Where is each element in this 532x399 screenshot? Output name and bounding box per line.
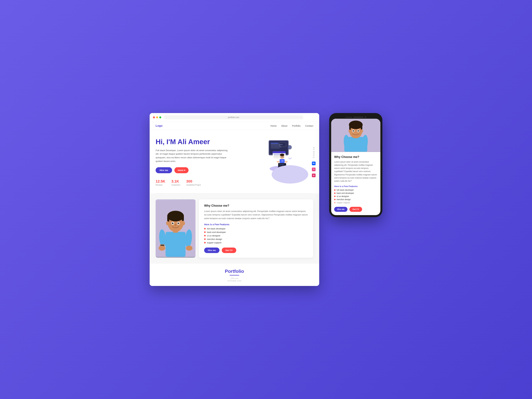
nav-item-contact[interactable]: Contact [305, 124, 313, 127]
svg-point-52 [178, 223, 179, 223]
feature-item-2: back end developer [204, 231, 308, 234]
instagram-icon[interactable]: ◎ [312, 174, 316, 177]
browser-bar: portfolio.com [150, 113, 319, 122]
phone-why-title: Why Choose me? [334, 155, 377, 159]
dot-green[interactable] [159, 116, 161, 118]
watermark: مستقل mostaql.com [156, 277, 313, 282]
site-nav: Logo Home About Portfolio Contact [150, 122, 319, 130]
follow-me-label: Follow me [313, 147, 315, 158]
stat-reviews-number: 12.5K [156, 179, 165, 184]
phone-speaker [353, 117, 363, 118]
about-card: Why Choose me? Lorem ipsum dolor sit ame… [199, 199, 313, 258]
phone-cv-button[interactable]: Get CV [349, 207, 362, 212]
svg-rect-15 [274, 158, 280, 158]
feature-item-5: supper support [204, 241, 308, 244]
browser-mockup: portfolio.com Logo Home About Portfolio … [150, 113, 319, 286]
svg-point-45 [166, 221, 169, 225]
more-button[interactable]: more ▾ [174, 167, 189, 173]
about-buttons: Hire me Get CV [204, 247, 308, 253]
svg-point-18 [289, 147, 290, 148]
svg-rect-30 [279, 164, 284, 165]
svg-rect-66 [361, 126, 362, 130]
phone-description: Lorem ipsum dolor sit amet consectetur a… [334, 160, 377, 183]
phone-content: Why Choose me? Lorem ipsum dolor sit ame… [331, 152, 380, 215]
svg-point-64 [349, 120, 363, 129]
stat-projects-number: 300 [186, 179, 201, 184]
watermark-domain: mostaql.com [228, 279, 241, 282]
person-photo-svg [156, 199, 196, 258]
follow-sidebar: Follow me Bē ✦ ◎ [312, 147, 316, 177]
phone-feature-1: full stack developer [334, 189, 377, 191]
hero-illustration: </> [267, 139, 313, 185]
phone-feature-5: supper support [334, 202, 377, 204]
svg-rect-13 [274, 155, 281, 156]
feature-item-3: ui ux designer [204, 234, 308, 237]
svg-point-68 [361, 129, 363, 133]
dribbble-icon[interactable]: ✦ [312, 168, 316, 171]
svg-point-67 [349, 129, 351, 133]
about-cv-button[interactable]: Get CV [222, 247, 236, 253]
hero-content: Hi, I'M Ali Ameer Full stack Developer, … [156, 138, 229, 186]
about-section: Why Choose me? Lorem ipsum dolor sit ame… [150, 193, 319, 264]
svg-point-71 [353, 130, 354, 132]
svg-rect-7 [271, 148, 280, 148]
phone-outer: Why Choose me? Lorem ipsum dolor sit ame… [329, 113, 382, 217]
feature-item-1: full stack developer [204, 228, 308, 230]
svg-point-56 [158, 246, 165, 251]
phone-feature-3: ui ux designer [334, 195, 377, 197]
svg-point-42 [167, 211, 184, 222]
watermark-arabic: مستقل [230, 277, 239, 279]
svg-point-51 [173, 223, 173, 223]
stat-customers-label: Customers [171, 184, 180, 186]
svg-rect-65 [349, 126, 351, 130]
hire-me-button[interactable]: Hire me [156, 167, 172, 173]
phone-feature-2: back end developer [334, 192, 377, 194]
phone-photo-svg [331, 119, 380, 152]
svg-point-49 [172, 222, 174, 224]
svg-point-57 [186, 246, 192, 251]
stat-reviews-label: Reviews [156, 184, 165, 186]
stat-customers-number: 3.1K [171, 179, 180, 184]
features-list: full stack developer back end developer … [204, 228, 308, 244]
phone-mockup: Why Choose me? Lorem ipsum dolor sit ame… [329, 113, 382, 217]
features-title: Here is a Few Features [204, 223, 308, 226]
svg-point-53 [175, 224, 176, 226]
phone-buttons: Hire me Get CV [334, 207, 377, 212]
nav-item-portfolio[interactable]: Portfolio [292, 124, 300, 127]
phone-camera-left [345, 117, 352, 118]
behance-icon[interactable]: Bē [312, 162, 316, 165]
nav-item-home[interactable]: Home [270, 124, 277, 127]
svg-point-23 [280, 154, 284, 156]
svg-rect-44 [182, 216, 184, 221]
svg-point-26 [277, 161, 280, 163]
hero-buttons: Hire me more ▾ [156, 167, 229, 173]
dot-red[interactable] [153, 116, 155, 118]
svg-rect-31 [279, 165, 283, 165]
phone-notch-bar [331, 115, 380, 119]
illus-bg-circle [272, 165, 308, 184]
nav-links: Home About Portfolio Contact [270, 124, 313, 127]
browser-dots [153, 116, 161, 118]
about-hire-button[interactable]: Hire me [204, 247, 219, 253]
svg-rect-4 [271, 144, 283, 145]
about-title: Why Choose me? [204, 204, 308, 208]
nav-item-about[interactable]: About [281, 124, 287, 127]
hero-section: Hi, I'M Ali Ameer Full stack Developer, … [150, 130, 319, 193]
stat-reviews: 12.5K Reviews [156, 179, 165, 186]
svg-point-46 [182, 221, 185, 225]
feature-item-4: inerction design [204, 238, 308, 241]
svg-text:</>: </> [281, 160, 284, 162]
browser-url: portfolio.com [164, 115, 303, 119]
svg-point-72 [358, 130, 359, 132]
dot-yellow[interactable] [156, 116, 158, 118]
scene: portfolio.com Logo Home About Portfolio … [150, 113, 382, 286]
about-description: Lorem ipsum dolor sit amet consectetur a… [204, 209, 308, 220]
hero-title: Hi, I'M Ali Ameer [156, 138, 229, 146]
site-logo: Logo [156, 124, 163, 127]
phone-hire-button[interactable]: Hire me [334, 207, 348, 212]
stat-projects: 300 completed Project [186, 179, 201, 186]
svg-rect-11 [273, 152, 286, 153]
stat-projects-label: completed Project [186, 184, 201, 186]
phone-feature-4: inerction design [334, 198, 377, 201]
phone-features-list: full stack developer back end developer … [334, 189, 377, 204]
